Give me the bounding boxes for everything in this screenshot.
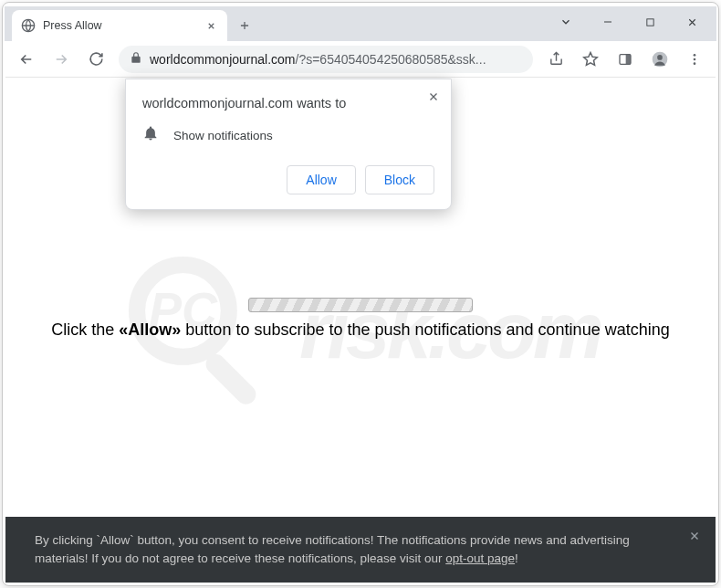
- forward-button[interactable]: [46, 44, 77, 75]
- bell-icon: [142, 125, 159, 145]
- new-tab-button[interactable]: [231, 12, 258, 39]
- url-text: worldcommonjournal.com/?s=65405405425068…: [150, 52, 522, 67]
- svg-point-6: [694, 54, 696, 57]
- svg-rect-3: [626, 54, 631, 64]
- address-bar[interactable]: worldcommonjournal.com/?s=65405405425068…: [119, 46, 533, 73]
- close-tab-icon[interactable]: [204, 18, 218, 33]
- instruction-text: Click the «Allow» button to subscribe to…: [5, 320, 716, 340]
- permission-host: worldcommonjournal.com wants to: [142, 96, 434, 110]
- notification-permission-dialog: worldcommonjournal.com wants to Show not…: [125, 79, 452, 210]
- lock-icon: [130, 51, 142, 68]
- svg-rect-1: [646, 18, 653, 25]
- svg-rect-10: [202, 351, 260, 409]
- permission-label: Show notifications: [173, 129, 273, 142]
- back-button[interactable]: [11, 44, 42, 75]
- allow-button[interactable]: Allow: [287, 165, 355, 194]
- opt-out-link[interactable]: opt-out page: [445, 551, 515, 565]
- minimize-button[interactable]: [587, 6, 629, 37]
- svg-point-7: [694, 58, 696, 60]
- svg-point-5: [657, 55, 663, 60]
- consent-text: materials! If you do not agree to receiv…: [35, 551, 445, 565]
- bookmark-button[interactable]: [575, 44, 606, 75]
- menu-button[interactable]: [679, 44, 710, 75]
- svg-point-9: [137, 265, 229, 357]
- tab-title: Press Allow: [43, 19, 196, 32]
- profile-button[interactable]: [644, 44, 675, 75]
- svg-point-8: [694, 62, 696, 65]
- globe-icon: [21, 18, 36, 33]
- block-button[interactable]: Block: [365, 165, 434, 194]
- close-icon[interactable]: [427, 90, 440, 107]
- close-icon[interactable]: [688, 530, 701, 548]
- browser-tab[interactable]: Press Allow: [12, 10, 227, 41]
- share-button[interactable]: [540, 44, 571, 75]
- browser-toolbar: worldcommonjournal.com/?s=65405405425068…: [5, 41, 716, 78]
- consent-text: By clicking `Allow` button, you consent …: [35, 533, 630, 547]
- maximize-button[interactable]: [629, 6, 671, 37]
- page-content: PC risk.com Click the «Allow» button to …: [5, 79, 716, 583]
- permission-row: Show notifications: [142, 125, 434, 145]
- close-window-button[interactable]: [671, 6, 713, 37]
- window-controls: [545, 6, 713, 37]
- sidepanel-button[interactable]: [610, 44, 641, 75]
- progress-bar: [248, 298, 473, 312]
- chevron-down-icon[interactable]: [545, 6, 587, 37]
- reload-button[interactable]: [80, 44, 111, 75]
- browser-window: Press Allow: [2, 2, 719, 586]
- consent-banner: By clicking `Allow` button, you consent …: [5, 517, 716, 583]
